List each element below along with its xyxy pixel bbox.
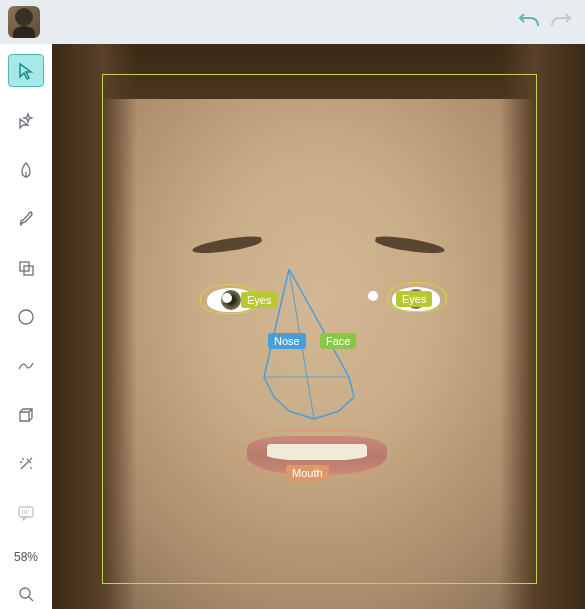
comment-icon <box>17 504 35 522</box>
select-tool[interactable] <box>8 54 44 87</box>
canvas-area[interactable]: Eyes Eyes Nose Face Mouth <box>52 44 585 609</box>
polyline-icon <box>17 357 35 375</box>
magnify-icon <box>17 585 35 603</box>
nose-label[interactable]: Nose <box>268 333 306 349</box>
zoom-tool[interactable] <box>9 578 43 609</box>
brush-tool[interactable] <box>9 203 43 234</box>
pen-icon <box>17 161 35 179</box>
copy-tool[interactable] <box>9 252 43 283</box>
zoom-level-label: 58% <box>14 550 38 564</box>
magic-tool[interactable] <box>9 105 43 136</box>
eye-point-left[interactable] <box>222 293 232 303</box>
polyline-tool[interactable] <box>9 350 43 381</box>
cursor-icon <box>17 62 35 80</box>
wand-icon <box>17 455 35 473</box>
user-avatar[interactable] <box>8 6 40 38</box>
mouth-label[interactable]: Mouth <box>286 465 329 481</box>
svg-rect-1 <box>24 266 33 275</box>
svg-point-2 <box>19 310 33 324</box>
eyes-label-right[interactable]: Eyes <box>396 291 432 307</box>
main-area: 58% Eyes Eyes <box>0 44 585 609</box>
redo-icon <box>550 14 572 30</box>
brush-icon <box>17 210 35 228</box>
undo-button[interactable] <box>517 10 541 34</box>
undo-icon <box>518 14 540 30</box>
svg-point-4 <box>20 588 30 598</box>
pen-tool[interactable] <box>9 154 43 185</box>
nose-annotation[interactable] <box>254 269 384 429</box>
comment-tool[interactable] <box>9 497 43 528</box>
annotation-overlay: Eyes Eyes Nose Face Mouth <box>52 44 585 609</box>
redo-button[interactable] <box>549 10 573 34</box>
svg-rect-0 <box>20 262 29 271</box>
cube-tool[interactable] <box>9 399 43 430</box>
sparkle-cursor-icon <box>17 112 35 130</box>
circle-icon <box>17 308 35 326</box>
wand-tool[interactable] <box>9 448 43 479</box>
top-bar <box>0 0 585 44</box>
face-label[interactable]: Face <box>320 333 356 349</box>
tool-sidebar: 58% <box>0 44 52 609</box>
copy-icon <box>17 259 35 277</box>
svg-rect-3 <box>19 507 33 517</box>
cube-icon <box>17 406 35 424</box>
circle-tool[interactable] <box>9 301 43 332</box>
